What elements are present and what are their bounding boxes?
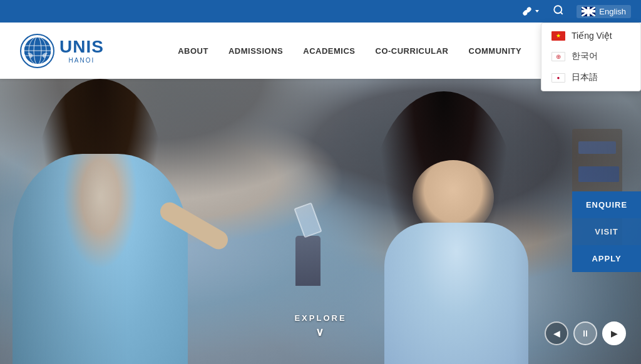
nav-item-community[interactable]: COMMUNITY bbox=[459, 23, 532, 79]
links-button[interactable] bbox=[522, 6, 540, 16]
explore-label[interactable]: EXPLORE ∨ bbox=[294, 313, 346, 339]
next-icon: ▶ bbox=[611, 328, 618, 338]
pause-button[interactable]: ⏸ bbox=[573, 321, 597, 345]
current-language-label: English bbox=[599, 7, 626, 16]
explore-chevron-icon: ∨ bbox=[294, 325, 346, 339]
nav-item-co-curricular[interactable]: CO-CURRICULAR bbox=[366, 23, 459, 79]
flag-uk-icon bbox=[582, 7, 595, 16]
visit-button[interactable]: VISIT bbox=[572, 218, 641, 245]
enquire-button[interactable]: ENQUIRE bbox=[572, 191, 641, 218]
language-selector[interactable]: English bbox=[577, 5, 631, 18]
lang-option-ja[interactable]: 日本語 bbox=[541, 67, 640, 88]
flag-jp-icon bbox=[551, 73, 565, 83]
lang-option-vi[interactable]: Tiếng Việt bbox=[541, 26, 640, 46]
action-buttons-group: ENQUIRE VISIT APPLY bbox=[572, 191, 641, 272]
prev-icon: ◀ bbox=[553, 328, 560, 338]
explore-text: EXPLORE bbox=[294, 313, 346, 323]
lang-option-ko[interactable]: 한국어 bbox=[541, 46, 640, 67]
lang-ko-label: 한국어 bbox=[572, 51, 598, 62]
svg-point-0 bbox=[555, 6, 562, 13]
language-dropdown: Tiếng Việt 한국어 日本語 bbox=[541, 23, 641, 91]
media-controls: ◀ ⏸ ▶ bbox=[545, 321, 626, 345]
nav-item-admissions[interactable]: ADMISSIONS bbox=[218, 23, 293, 79]
nav-item-academics[interactable]: ACADEMICS bbox=[293, 23, 365, 79]
flag-kr-icon bbox=[551, 52, 565, 61]
logo-subtitle: HANOI bbox=[59, 57, 104, 64]
top-bar: English Tiếng Việt 한국어 日本語 bbox=[0, 0, 641, 23]
pause-icon: ⏸ bbox=[581, 328, 590, 338]
flag-vn-icon bbox=[551, 31, 565, 41]
apply-button[interactable]: APPLY bbox=[572, 245, 641, 272]
logo-name: UNIS bbox=[59, 38, 104, 56]
lang-vi-label: Tiếng Việt bbox=[572, 31, 612, 41]
prev-button[interactable]: ◀ bbox=[545, 321, 568, 345]
search-button[interactable] bbox=[550, 4, 567, 19]
logo-text-group: UNIS HANOI bbox=[59, 38, 104, 64]
logo[interactable]: UNIS HANOI bbox=[20, 34, 104, 68]
hero-section: EXPLORE ∨ ENQUIRE VISIT APPLY ◀ ⏸ ▶ bbox=[0, 79, 641, 364]
lang-ja-label: 日本語 bbox=[572, 72, 598, 83]
nav-item-about[interactable]: ABOUT bbox=[168, 23, 218, 79]
logo-emblem bbox=[20, 34, 54, 68]
next-button[interactable]: ▶ bbox=[602, 321, 626, 345]
